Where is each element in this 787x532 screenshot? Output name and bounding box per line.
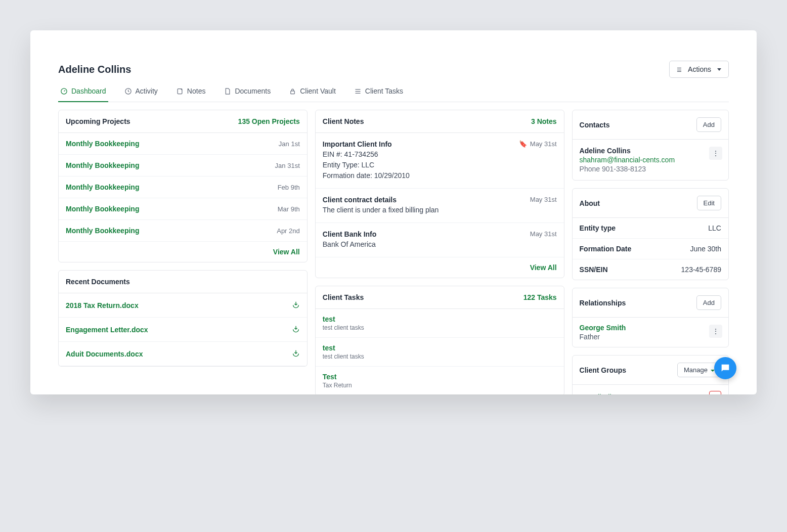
upcoming-projects-card: Upcoming Projects 135 Open Projects Mont… — [58, 110, 308, 262]
relationship-name[interactable]: George Smith — [580, 324, 721, 332]
content-grid: Upcoming Projects 135 Open Projects Mont… — [58, 102, 729, 394]
group-row: Payroll Clients ✕ — [573, 385, 728, 394]
app-frame: Adeline Collins Actions Dashboard Activi… — [30, 30, 757, 394]
about-title: About — [580, 199, 600, 207]
notes-title: Client Notes — [323, 117, 364, 125]
about-card: About Edit Entity typeLLC Formation Date… — [572, 188, 729, 280]
document-row[interactable]: 2018 Tax Return.docx — [59, 293, 307, 318]
document-row[interactable]: Engagement Letter.docx — [59, 318, 307, 342]
contacts-card: Contacts Add Adeline Collins shahram@fin… — [572, 110, 729, 181]
notes-icon — [176, 87, 184, 95]
project-row[interactable]: Monthly BookkeepingJan 1st — [59, 133, 307, 155]
chat-fab[interactable] — [714, 357, 736, 379]
about-row: SSN/EIN123-45-6789 — [573, 259, 728, 280]
svg-rect-3 — [291, 91, 295, 94]
relationship-menu-button[interactable]: ⋮ — [709, 325, 722, 338]
relationships-card: Relationships Add George Smith Father ⋮ — [572, 288, 729, 347]
remove-group-button[interactable]: ✕ — [709, 391, 721, 394]
project-row[interactable]: Monthly BookkeepingMar 9th — [59, 198, 307, 220]
relationship-row: George Smith Father ⋮ — [573, 318, 728, 347]
notes-count[interactable]: 3 Notes — [531, 117, 557, 125]
document-row[interactable]: Aduit Documents.docx — [59, 342, 307, 366]
relationships-title: Relationships — [580, 299, 626, 307]
task-row[interactable]: Test Tax Return — [316, 367, 564, 394]
add-relationship-button[interactable]: Add — [696, 295, 721, 310]
tab-client-vault[interactable]: Client Vault — [287, 87, 338, 102]
tasks-count[interactable]: 122 Tasks — [523, 293, 557, 301]
contact-name: Adeline Collins — [580, 147, 721, 155]
about-row: Entity typeLLC — [573, 218, 728, 239]
documents-icon — [224, 87, 231, 95]
project-row[interactable]: Monthly BookkeepingApr 2nd — [59, 220, 307, 242]
about-row: Formation DateJune 30th — [573, 239, 728, 259]
actions-button[interactable]: Actions — [669, 61, 729, 78]
edit-about-button[interactable]: Edit — [697, 196, 721, 210]
caret-down-icon — [717, 68, 721, 71]
tasks-icon — [354, 87, 362, 95]
col-2: Client Notes 3 Notes Important Client In… — [315, 110, 564, 394]
contact-row: Adeline Collins shahram@financial-cents.… — [573, 140, 728, 180]
col-3: Contacts Add Adeline Collins shahram@fin… — [572, 110, 729, 394]
client-groups-card: Client Groups Manage Payroll Clients ✕ C… — [572, 355, 729, 394]
list-icon — [677, 65, 684, 73]
download-icon[interactable] — [292, 300, 300, 310]
tab-documents[interactable]: Documents — [222, 87, 273, 102]
actions-label: Actions — [688, 65, 711, 73]
tasks-title: Client Tasks — [323, 293, 364, 301]
activity-icon — [124, 87, 132, 95]
tabs: Dashboard Activity Notes Documents Clien… — [58, 87, 729, 102]
contact-email[interactable]: shahram@financial-cents.com — [580, 156, 721, 164]
upcoming-viewall[interactable]: View All — [59, 242, 307, 262]
recent-documents-card: Recent Documents 2018 Tax Return.docx En… — [58, 270, 308, 367]
relationship-role: Father — [580, 333, 721, 341]
upcoming-title: Upcoming Projects — [66, 117, 130, 125]
note-row[interactable]: Client contract details May 31st The cli… — [316, 189, 564, 223]
client-tasks-card: Client Tasks 122 Tasks test test client … — [315, 286, 564, 394]
note-row[interactable]: Important Client Info 🔖May 31st EIN #: 4… — [316, 133, 564, 189]
client-notes-card: Client Notes 3 Notes Important Client In… — [315, 110, 564, 278]
documents-title: Recent Documents — [66, 278, 130, 286]
notes-viewall[interactable]: View All — [316, 257, 564, 278]
contact-menu-button[interactable]: ⋮ — [709, 147, 722, 160]
bookmark-icon: 🔖 — [519, 140, 527, 148]
tab-activity[interactable]: Activity — [122, 87, 160, 102]
contact-phone: Phone 901-338-8123 — [580, 165, 721, 173]
task-row[interactable]: test test client tasks — [316, 338, 564, 367]
download-icon[interactable] — [292, 349, 300, 359]
dashboard-icon — [60, 87, 68, 95]
tab-dashboard[interactable]: Dashboard — [58, 87, 108, 102]
add-contact-button[interactable]: Add — [696, 117, 721, 132]
download-icon[interactable] — [292, 325, 300, 334]
tab-client-tasks[interactable]: Client Tasks — [352, 87, 405, 102]
client-name: Adeline Collins — [58, 64, 131, 75]
tab-notes[interactable]: Notes — [174, 87, 208, 102]
col-1: Upcoming Projects 135 Open Projects Mont… — [58, 110, 308, 394]
groups-title: Client Groups — [580, 366, 627, 374]
upcoming-count[interactable]: 135 Open Projects — [238, 117, 300, 125]
note-row[interactable]: Client Bank Info May 31st Bank Of Americ… — [316, 223, 564, 257]
lock-icon — [289, 87, 296, 95]
header-row: Adeline Collins Actions — [58, 61, 729, 78]
task-row[interactable]: test test client tasks — [316, 309, 564, 338]
contacts-title: Contacts — [580, 121, 610, 129]
project-row[interactable]: Monthly BookkeepingJan 31st — [59, 155, 307, 176]
project-row[interactable]: Monthly BookkeepingFeb 9th — [59, 176, 307, 198]
